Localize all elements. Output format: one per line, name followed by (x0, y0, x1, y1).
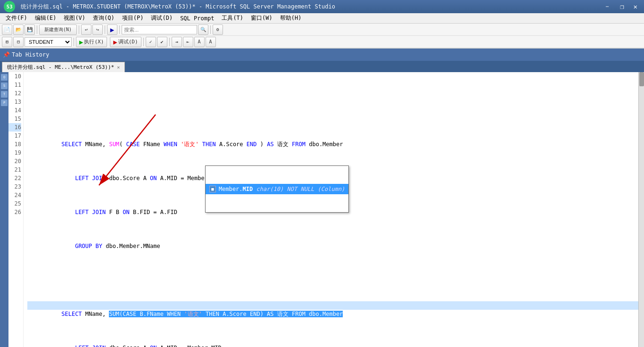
ln-11: 11 (8, 81, 21, 89)
redo-button[interactable]: ↪ (92, 25, 103, 35)
debug-button[interactable]: ▶ 调试(D) (110, 37, 141, 47)
separator-4 (119, 25, 120, 34)
ln-10: 10 (8, 72, 21, 81)
workspace: O S T P 10 11 12 13 14 15 16 17 18 19 20… (0, 72, 644, 347)
new-query-button[interactable]: 新建查询(N) (39, 25, 77, 35)
left-sidebar: O S T P (0, 72, 8, 347)
ln-24: 24 (8, 191, 21, 199)
menu-query[interactable]: 查询(Q) (89, 13, 118, 23)
ln-14: 14 (8, 106, 21, 115)
ln-16: 16 (8, 123, 21, 132)
toolbar-1: 📄 📂 💾 新建查询(N) ↩ ↪ ▶ 🔍 ⚙ (0, 24, 644, 36)
minimize-button[interactable]: － (601, 2, 613, 11)
tb2-btn2[interactable]: ⊟ (13, 37, 24, 47)
ln-13: 13 (8, 98, 21, 106)
autocomplete-item[interactable]: ■ Member.MID char(10) NOT NULL (Column) (206, 184, 348, 194)
menu-tools[interactable]: 工具(T) (218, 13, 247, 23)
ln-20: 20 (8, 157, 21, 165)
search-input[interactable] (122, 25, 197, 34)
title-bar: 53 统计并分组.sql - METROX.STUDENT (METROX\Me… (0, 0, 644, 13)
ln-15: 15 (8, 115, 21, 123)
execute-icon: ▶ (79, 38, 83, 46)
ln-25: 25 (8, 199, 21, 208)
ln-23: 23 (8, 182, 21, 191)
menu-window[interactable]: 窗口(W) (247, 13, 276, 23)
menu-view[interactable]: 视图(V) (60, 13, 89, 23)
tab-history-label: Tab History (12, 51, 49, 58)
code-line-15 (27, 267, 638, 276)
format2-btn[interactable]: ⇤ (183, 37, 193, 47)
menu-bar: 文件(F) 编辑(E) 视图(V) 查询(Q) 项目(P) 调试(D) SQL … (0, 13, 644, 24)
editor-tab-close[interactable]: ✕ (117, 65, 120, 70)
separator-7 (143, 38, 144, 46)
autocomplete-popup[interactable]: ■ Member.MID char(10) NOT NULL (Column) (205, 165, 349, 213)
app-icon: 53 (4, 1, 15, 12)
code-scrollbar-thumb (639, 72, 644, 86)
separator-1 (37, 25, 37, 34)
ln-26: 26 (8, 208, 21, 216)
line-numbers: 10 11 12 13 14 15 16 17 18 19 20 21 22 2… (8, 72, 24, 347)
ln-22: 22 (8, 174, 21, 182)
code-line-14: GROUP BY dbo.Member.MName (27, 233, 638, 242)
close-button[interactable]: ✕ (631, 3, 640, 10)
format-btn[interactable]: ⇥ (172, 37, 182, 47)
execute-label: 执行(X) (84, 38, 104, 45)
code-line-10 (27, 98, 638, 106)
code-scrollbar[interactable] (638, 72, 644, 347)
code-line-16: SELECT MName, SUM(CASE B.FName WHEN '语文'… (27, 301, 638, 310)
separator-3 (105, 25, 105, 34)
menu-sqlprompt[interactable]: SQL Prompt (176, 14, 218, 23)
editor-tabs: 统计并分组.sql - ME...\MetroX (53))* ✕ (0, 61, 644, 72)
open-button[interactable]: 📂 (13, 25, 24, 35)
maximize-button[interactable]: ❐ (617, 3, 627, 10)
save-button[interactable]: 💾 (25, 25, 35, 35)
undo-button[interactable]: ↩ (81, 25, 91, 35)
parse2-btn[interactable]: ✔ (157, 37, 167, 47)
ln-19: 19 (8, 149, 21, 157)
parse-btn[interactable]: ✓ (146, 37, 156, 47)
menu-file[interactable]: 文件(F) (2, 13, 31, 23)
run-button[interactable]: ▶ (107, 25, 117, 35)
editor-tab-title: 统计并分组.sql - ME...\MetroX (53))* (7, 64, 114, 71)
window-title: 统计并分组.sql - METROX.STUDENT (METROX\Metro… (21, 3, 335, 11)
debug-icon: ▶ (113, 38, 117, 46)
separator-8 (169, 38, 170, 46)
separator-6 (74, 38, 74, 46)
ln-21: 21 (8, 165, 21, 174)
code-content[interactable]: SELECT MName, SUM( CASE FName WHEN '语文' … (24, 72, 638, 347)
ln-12: 12 (8, 89, 21, 98)
search-button[interactable]: 🔍 (198, 25, 208, 35)
code-editor[interactable]: 10 11 12 13 14 15 16 17 18 19 20 21 22 2… (8, 72, 644, 347)
red-arrow (71, 110, 212, 204)
settings-button[interactable]: ⚙ (213, 25, 223, 35)
sidebar-icon-4[interactable]: P (1, 99, 8, 106)
debug-label: 调试(D) (118, 38, 138, 45)
code-line-11: SELECT MName, SUM( CASE FName WHEN '语文' … (27, 132, 638, 140)
toolbar-area: 📄 📂 💾 新建查询(N) ↩ ↪ ▶ 🔍 ⚙ ⊞ ⊟ STUDENT ▶ 执行… (0, 24, 644, 49)
code-area: 10 11 12 13 14 15 16 17 18 19 20 21 22 2… (8, 72, 644, 347)
code-line-17: LEFT JOIN dbo.Score A ON A.MID = Member.… (27, 335, 638, 344)
pin-icon: 📌 (3, 51, 10, 58)
sidebar-icon-3[interactable]: T (1, 91, 8, 98)
tab-history-bar: 📌 Tab History (0, 49, 644, 61)
sidebar-icon-1[interactable]: O (1, 74, 8, 81)
execute-button[interactable]: ▶ 执行(X) (76, 37, 107, 47)
menu-debug[interactable]: 调试(D) (147, 13, 176, 23)
database-selector[interactable]: STUDENT (25, 37, 72, 47)
menu-edit[interactable]: 编辑(E) (31, 13, 60, 23)
editor-tab-main[interactable]: 统计并分组.sql - ME...\MetroX (53))* ✕ (2, 62, 125, 72)
autocomplete-icon: ■ (209, 186, 216, 192)
new-file-button[interactable]: 📄 (2, 25, 12, 35)
tb2-btn1[interactable]: ⊞ (2, 37, 12, 47)
toolbar-2: ⊞ ⊟ STUDENT ▶ 执行(X) ▶ 调试(D) ✓ ✔ ⇥ ⇤ A A (0, 36, 644, 48)
uncomment-btn[interactable]: A (206, 37, 216, 47)
comment-btn[interactable]: A (194, 37, 205, 47)
separator-2 (79, 25, 79, 34)
menu-project[interactable]: 项目(P) (118, 13, 148, 23)
ln-17: 17 (8, 132, 21, 140)
menu-help[interactable]: 帮助(H) (276, 13, 305, 23)
ln-18: 18 (8, 140, 21, 149)
separator-5 (210, 25, 211, 34)
sidebar-icon-2[interactable]: S (1, 83, 8, 89)
autocomplete-text: Member.MID char(10) NOT NULL (Column) (219, 185, 345, 193)
